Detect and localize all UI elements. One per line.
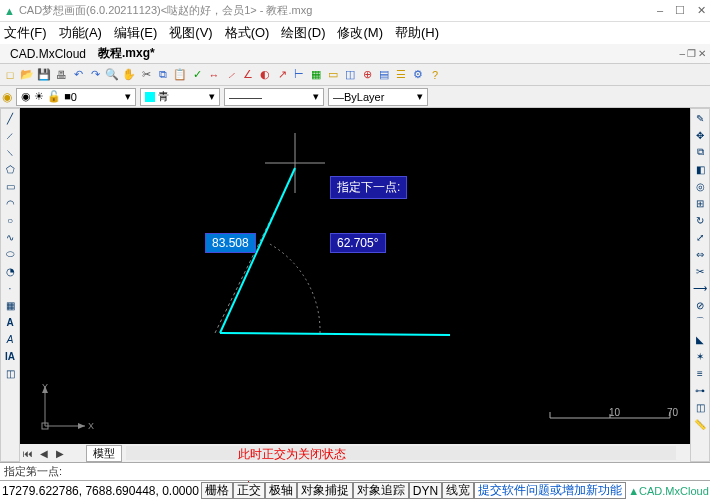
paste-icon[interactable]: 📋 [172, 67, 188, 83]
pline-icon[interactable]: ⟋ [2, 128, 18, 142]
tab-next-icon[interactable]: ▶ [52, 448, 68, 459]
match-icon[interactable]: ✓ [189, 67, 205, 83]
window-minimize-button[interactable]: – [657, 4, 663, 17]
lineweight-select[interactable]: — ByLayer▾ [328, 88, 428, 106]
drawing-canvas[interactable]: 指定下一点: 83.508 62.705° Y X 10 70 [20, 108, 690, 444]
dim-radius-icon[interactable]: ◐ [257, 67, 273, 83]
scale-icon[interactable]: ⤢ [692, 230, 708, 244]
grid-toggle[interactable]: 栅格 [201, 482, 233, 499]
tab-document[interactable]: 教程.mxg* [92, 43, 161, 64]
menu-func[interactable]: 功能(A) [59, 24, 102, 42]
menu-modify[interactable]: 修改(M) [337, 24, 383, 42]
erase-icon[interactable]: ✎ [692, 111, 708, 125]
menu-view[interactable]: 视图(V) [169, 24, 212, 42]
dim-align-icon[interactable]: ⟋ [223, 67, 239, 83]
rotate-icon[interactable]: ↻ [692, 213, 708, 227]
window-close-button[interactable]: ✕ [697, 4, 706, 17]
insert-icon[interactable]: ⊕ [359, 67, 375, 83]
trim-icon[interactable]: ✂ [692, 264, 708, 278]
model-tab[interactable]: 模型 [86, 445, 122, 462]
layer-select[interactable]: ◉ ☀ 🔓 ■ 0 ▾ [16, 88, 136, 106]
dyn-toggle[interactable]: DYN [409, 482, 442, 499]
break-icon[interactable]: ⊘ [692, 298, 708, 312]
rect-icon[interactable]: ▭ [2, 179, 18, 193]
doc-restore-icon[interactable]: ❐ [687, 48, 696, 59]
dim-linear-icon[interactable]: ↔ [206, 67, 222, 83]
ellipse-icon[interactable]: ⬭ [2, 247, 18, 261]
copy2-icon[interactable]: ⧉ [692, 145, 708, 159]
attrib-icon[interactable]: IA [2, 349, 18, 363]
menu-draw[interactable]: 绘图(D) [281, 24, 325, 42]
zoom-icon[interactable]: 🔍 [104, 67, 120, 83]
annotation-arrow-icon [248, 480, 249, 482]
polar-toggle[interactable]: 极轴 [265, 482, 297, 499]
join-icon[interactable]: ⊶ [692, 383, 708, 397]
array-icon[interactable]: ⊞ [692, 196, 708, 210]
hscrollbar[interactable] [126, 446, 676, 460]
line-icon[interactable]: ╱ [2, 111, 18, 125]
menu-help[interactable]: 帮助(H) [395, 24, 439, 42]
tab-cloud[interactable]: CAD.MxCloud [4, 45, 92, 63]
window-maximize-button[interactable]: ☐ [675, 4, 685, 17]
arc-icon[interactable]: ◠ [2, 196, 18, 210]
tab-first-icon[interactable]: ⏮ [20, 448, 36, 459]
linetype-select[interactable]: ———▾ [224, 88, 324, 106]
polygon-icon[interactable]: ⬠ [2, 162, 18, 176]
block2-icon[interactable]: ◫ [2, 366, 18, 380]
stretch-icon[interactable]: ⇔ [692, 247, 708, 261]
doc-close-icon[interactable]: ✕ [698, 48, 706, 59]
mirror-icon[interactable]: ◧ [692, 162, 708, 176]
pan-icon[interactable]: ✋ [121, 67, 137, 83]
osnap-toggle[interactable]: 对象捕捉 [297, 482, 353, 499]
layer-state-icon[interactable]: ◉ [2, 90, 12, 104]
mtext-icon[interactable]: A [2, 332, 18, 346]
block-icon[interactable]: ◫ [342, 67, 358, 83]
align-icon[interactable]: ≡ [692, 366, 708, 380]
extend-icon[interactable]: ⟶ [692, 281, 708, 295]
undo-icon[interactable]: ↶ [70, 67, 86, 83]
measure-icon[interactable]: 📏 [692, 417, 708, 431]
menu-format[interactable]: 格式(O) [225, 24, 270, 42]
ellipse-arc-icon[interactable]: ◔ [2, 264, 18, 278]
command-line[interactable]: 指定第一点: [0, 462, 710, 480]
help2-icon[interactable]: ? [427, 67, 443, 83]
redo-icon[interactable]: ↷ [87, 67, 103, 83]
print-icon[interactable]: 🖶 [53, 67, 69, 83]
titlebar: ▲ CAD梦想画面(6.0.20211123)<哒赵的好，会员1> - 教程.m… [0, 0, 710, 22]
move-icon[interactable]: ✥ [692, 128, 708, 142]
group-icon[interactable]: ◫ [692, 400, 708, 414]
hatch2-icon[interactable]: ▦ [2, 298, 18, 312]
otrack-toggle[interactable]: 对象追踪 [353, 482, 409, 499]
dim-cont-icon[interactable]: ⊢ [291, 67, 307, 83]
open-icon[interactable]: 📂 [19, 67, 35, 83]
chamfer-icon[interactable]: ◣ [692, 332, 708, 346]
text-icon[interactable]: A [2, 315, 18, 329]
leader-icon[interactable]: ↗ [274, 67, 290, 83]
menu-edit[interactable]: 编辑(E) [114, 24, 157, 42]
props-icon[interactable]: ⚙ [410, 67, 426, 83]
circle-icon[interactable]: ○ [2, 213, 18, 227]
hatch-icon[interactable]: ▦ [308, 67, 324, 83]
save-icon[interactable]: 💾 [36, 67, 52, 83]
spline-icon[interactable]: ∿ [2, 230, 18, 244]
tab-prev-icon[interactable]: ◀ [36, 448, 52, 459]
explode-icon[interactable]: ✶ [692, 349, 708, 363]
point-icon[interactable]: · [2, 281, 18, 295]
xline-icon[interactable]: ⟍ [2, 145, 18, 159]
new-icon[interactable]: □ [2, 67, 18, 83]
feedback-link[interactable]: 提交软件问题或增加新功能 [474, 482, 626, 499]
color-select[interactable]: 青▾ [140, 88, 220, 106]
dim-angle-icon[interactable]: ∠ [240, 67, 256, 83]
offset-icon[interactable]: ◎ [692, 179, 708, 193]
lineweight-toggle[interactable]: 线宽 [442, 482, 474, 499]
cut-icon[interactable]: ✂ [138, 67, 154, 83]
fillet-icon[interactable]: ⌒ [692, 315, 708, 329]
ortho-toggle[interactable]: 正交 [233, 482, 265, 499]
copy-icon[interactable]: ⧉ [155, 67, 171, 83]
layer-mgr-icon[interactable]: ☰ [393, 67, 409, 83]
region-icon[interactable]: ▭ [325, 67, 341, 83]
menu-file[interactable]: 文件(F) [4, 24, 47, 42]
doc-min-icon[interactable]: – [679, 48, 685, 59]
length-readout: 83.508 [205, 233, 256, 253]
table-icon[interactable]: ▤ [376, 67, 392, 83]
